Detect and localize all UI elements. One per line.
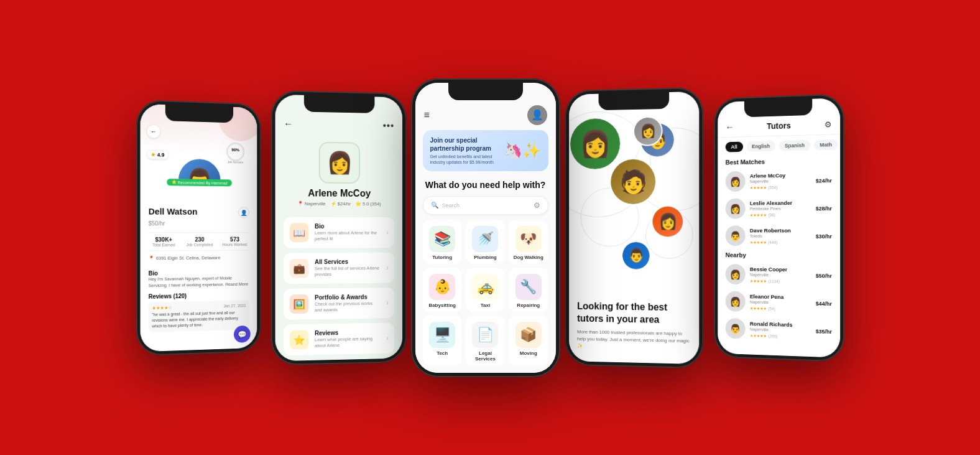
p3-partnership-banner[interactable]: Join our special partnership program Get… [423, 130, 548, 171]
tutor-avatar-leslie: 👩 [725, 198, 745, 218]
p3-search-bar[interactable]: 🔍 Search ⚙ [423, 196, 548, 215]
p5-page-title: Tutors [767, 121, 791, 131]
review-date: Jan 27, 2021 [223, 303, 246, 309]
p4-avatar-top-center: 👩 [633, 116, 663, 146]
review-stars: ★★★★☆ [152, 305, 172, 311]
p1-review-header: ★★★★☆ Jan 27, 2021 [152, 303, 246, 311]
p3-banner-title: Join our special partnership program [430, 136, 499, 152]
star-icon: ★ [150, 151, 155, 157]
p4-heading: Looking for the best tutors in your area [577, 301, 691, 327]
p1-stats: $30K+ Total Earned 230 Job Completed 573… [148, 232, 249, 251]
chevron-right-icon-2: › [386, 263, 389, 271]
tutor-item-dave[interactable]: 👨 Dave Robertson Toledo ★★★★★ (444) $30/… [718, 222, 840, 250]
recommend-star-icon: ⭐ [171, 180, 176, 185]
tutor-info-arlene: Arlene McCoy Naperville ★★★★★ (354) [749, 171, 811, 190]
phone1-content: ← ★ 4.9 90% Job Success [140, 103, 257, 351]
category-moving[interactable]: 📦 Moving [509, 316, 548, 365]
category-repairing[interactable]: 🔧 Repairing [509, 268, 548, 312]
babysitting-icon: 👶 [429, 274, 455, 300]
tutor-item-bessie[interactable]: 👩 Bessie Cooper Naperville ★★★★★ (1134) … [718, 260, 840, 289]
phone-5: ← Tutors ⚙ All English Spanish Math G Be… [714, 93, 844, 362]
filter-icon[interactable]: ⚙ [534, 201, 540, 210]
p3-search-placeholder: Search [442, 202, 530, 209]
tutor-info-bessie: Bessie Cooper Naperville ★★★★★ (1134) [749, 265, 811, 284]
tutor-avatar-dave: 👨 [725, 225, 745, 246]
p4-avatar-main: 🧑 [609, 157, 657, 205]
p2-portfolio-text: Portfolio & Awards Check out the previou… [315, 293, 381, 312]
tutor-info-leslie: Leslie Alexander Pembroke Pines ★★★★★ (9… [749, 199, 811, 217]
portfolio-icon: 🖼️ [289, 294, 308, 313]
unicorn-sparkle-icon: 🦄✨ [504, 142, 541, 159]
location-pin-icon: 📍 [148, 255, 154, 260]
phone-3: ≡ 👤 Join our special partnership program… [411, 78, 560, 377]
category-taxi[interactable]: 🚕 Taxi [466, 268, 505, 312]
tab-spanish[interactable]: Spanish [779, 139, 810, 151]
p1-user-icon: 👤 [238, 207, 249, 218]
p2-menu-services[interactable]: 💼 All Services See the full list of serv… [284, 252, 394, 284]
p2-location: 📍 Naperville [297, 200, 325, 206]
chevron-right-icon-4: › [386, 334, 389, 342]
job-success-label: Job Success [228, 160, 243, 164]
p1-hours-worked: 573 Hours Worked [220, 236, 249, 246]
tab-english[interactable]: English [746, 141, 775, 152]
notch-1 [165, 105, 233, 123]
category-legal[interactable]: 📄 Legal Services [466, 316, 505, 365]
p1-info-section: Dell Watson 👤 $50/hr $30K+ Total Earned … [140, 185, 257, 268]
tutor-avatar-eleanor: 👩 [725, 291, 745, 311]
plumbing-icon: 🚿 [472, 226, 498, 252]
tab-math[interactable]: Math [814, 139, 838, 150]
p2-more-button[interactable]: ••• [382, 120, 394, 131]
tab-all[interactable]: All [725, 141, 742, 152]
p5-subject-tabs: All English Spanish Math G [718, 134, 840, 157]
tutor-item-leslie[interactable]: 👩 Leslie Alexander Pembroke Pines ★★★★★ … [718, 194, 840, 222]
p5-back-button[interactable]: ← [725, 122, 734, 133]
tutor-item-arlene[interactable]: 👩 Arlene McCoy Naperville ★★★★★ (354) $2… [718, 166, 840, 195]
p1-chat-button[interactable]: 💬 [234, 325, 251, 342]
category-tech[interactable]: 🖥️ Tech [423, 316, 462, 365]
p2-menu-portfolio[interactable]: 🖼️ Portfolio & Awards Check out the prev… [284, 287, 394, 319]
p2-reviews-text: Reviews Learn what people are saying abo… [315, 329, 381, 349]
tutor-avatar-ronald: 👨 [725, 318, 745, 339]
tutor-info-eleanor: Eleanor Pena Naperville ★★★★★ (54) [749, 293, 811, 312]
category-dog-walking[interactable]: 🐶 Dog Walking [509, 220, 548, 264]
p4-avatar-bottom-center: 👨 [621, 240, 650, 270]
p1-name: Dell Watson [148, 206, 197, 216]
p4-avatars-area: 🧑 👨 👩 👩 👩 [575, 109, 693, 288]
legal-label: Legal Services [469, 350, 501, 362]
notch-5 [744, 98, 811, 116]
p3-banner-content: Join our special partnership program Get… [430, 136, 499, 165]
p2-services-text: All Services See the full list of servic… [315, 258, 381, 278]
p1-back-button[interactable]: ← [147, 124, 160, 138]
moving-label: Moving [520, 350, 537, 356]
category-babysitting[interactable]: 👶 Babysitting [423, 268, 462, 312]
p3-user-avatar: 👤 [527, 105, 547, 125]
chevron-right-icon-3: › [386, 298, 389, 306]
p2-back-button[interactable]: ← [284, 118, 293, 129]
taxi-icon: 🚕 [472, 274, 498, 300]
p4-subtext: More than 1000 trusted professionals are… [577, 328, 691, 352]
tutor-item-eleanor[interactable]: 👩 Eleanor Pena Naperville ★★★★★ (54) $44… [718, 287, 840, 317]
tech-icon: 🖥️ [429, 322, 455, 348]
p4-avatar-woman: 👩 [569, 116, 621, 170]
p2-menu-reviews[interactable]: ⭐ Reviews Learn what people are saying a… [284, 322, 394, 355]
category-tutoring[interactable]: 📚 Tutoring [423, 220, 462, 264]
phone4-content: 🧑 👨 👩 👩 👩 [569, 91, 699, 364]
reviews-icon: ⭐ [289, 330, 308, 349]
chevron-right-icon: › [386, 228, 389, 236]
p4-bottom-text: Looking for the best tutors in your area… [577, 301, 691, 352]
tutor-item-ronald[interactable]: 👨 Ronald Richards Naperville ★★★★★ (200)… [718, 314, 840, 345]
phone-2: ← ••• 👩 Arlene McCoy 📍 Naperville ⚡ $24/… [270, 90, 406, 365]
phone3-content: ≡ 👤 Join our special partnership program… [415, 83, 556, 373]
p2-menu-items: 📖 Bio Learn more about Arlene for the pe… [275, 212, 402, 361]
p5-filter-button[interactable]: ⚙ [824, 120, 831, 129]
bolt-icon: ⚡ [330, 201, 336, 207]
pin-icon: 📍 [297, 200, 303, 206]
p2-menu-bio[interactable]: 📖 Bio Learn more about Arlene for the pe… [284, 217, 394, 248]
category-plumbing[interactable]: 🚿 Plumbing [466, 220, 505, 264]
repairing-label: Repairing [517, 303, 540, 308]
hamburger-icon[interactable]: ≡ [424, 110, 430, 121]
p1-rate: $50/hr [148, 217, 249, 228]
p2-name: Arlene McCoy [308, 187, 371, 199]
p1-bio-section: Bio Hey I'm Savannah Nguyen, expert of M… [140, 266, 257, 291]
search-icon: 🔍 [431, 202, 438, 209]
